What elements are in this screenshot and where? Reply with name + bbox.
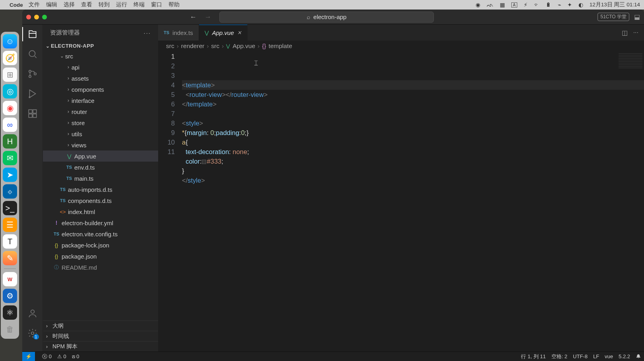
folder-api[interactable]: ›api	[43, 62, 158, 73]
maximize-button[interactable]	[42, 15, 47, 19]
explorer-icon[interactable]	[27, 29, 38, 40]
file-env-dts[interactable]: TSenv.d.ts	[43, 162, 158, 173]
debug-icon[interactable]	[27, 88, 38, 99]
macos-dock: ☺ 🧭 ⊞ ◎ ◉ ∞ H ✉ ➤ ⟐ >_ ☰ T ✎ W ⚙ ⚛ 🗑	[1, 32, 19, 339]
file-index-html[interactable]: <>index.html	[43, 206, 158, 217]
wps-icon[interactable]: W	[3, 272, 17, 286]
safari-icon[interactable]: 🧭	[3, 51, 17, 65]
status-icon[interactable]: ◐	[578, 2, 583, 8]
more-icon[interactable]: ···	[143, 29, 151, 36]
outline-section[interactable]: ›大纲	[43, 320, 158, 331]
npm-section[interactable]: ›NPM 脚本	[43, 341, 158, 351]
file-package-lock[interactable]: {}package-lock.json	[43, 239, 158, 251]
extensions-icon[interactable]	[27, 108, 38, 119]
status-icon[interactable]: ᨒ	[487, 2, 493, 8]
wifi-icon[interactable]: ᯤ	[534, 2, 540, 8]
settings-icon[interactable]: 1	[27, 328, 38, 339]
menu-help[interactable]: 帮助	[168, 1, 180, 8]
baidu-icon[interactable]: ∞	[3, 118, 17, 132]
status-icon[interactable]: ⌁	[558, 2, 561, 8]
wifi-icon[interactable]: ⚡︎	[524, 2, 528, 8]
menu-go[interactable]: 转到	[99, 1, 110, 8]
vscode-icon[interactable]: ⟐	[3, 184, 17, 199]
language-mode[interactable]: vue	[605, 353, 613, 359]
terminal-icon[interactable]: >_	[3, 201, 17, 215]
menu-terminal[interactable]: 终端	[133, 1, 145, 8]
file-readme[interactable]: ⓘREADME.md	[43, 262, 158, 273]
minimap[interactable]	[619, 53, 642, 69]
file-components-dts[interactable]: TScomponents.d.ts	[43, 195, 158, 206]
encoding[interactable]: UTF-8	[573, 353, 588, 359]
notifications-icon[interactable]: 🔔︎	[636, 353, 641, 359]
timeline-section[interactable]: ›时间线	[43, 331, 158, 341]
file-package-json[interactable]: {}package.json	[43, 251, 158, 262]
breadcrumb[interactable]: src› renderer› src› ⋁App.vue› {}template	[158, 41, 644, 52]
file-main-ts[interactable]: TSmain.ts	[43, 173, 158, 184]
minimize-button[interactable]	[34, 15, 39, 19]
tab-index-ts[interactable]: TSindex.ts	[158, 25, 199, 41]
close-button[interactable]	[26, 15, 31, 19]
eol[interactable]: LF	[593, 353, 599, 359]
app-icon[interactable]: ◎	[3, 84, 17, 98]
scm-icon[interactable]	[27, 68, 38, 79]
sublime-icon[interactable]: ☰	[3, 218, 17, 232]
close-icon[interactable]: ✕	[237, 30, 242, 36]
more-icon[interactable]: ···	[633, 29, 638, 36]
command-center[interactable]: ⌕ electron-app	[219, 12, 434, 23]
folder-store[interactable]: ›store	[43, 117, 158, 128]
code-editor[interactable]: 1234567891011 ⌶ <template> <router-view>…	[158, 52, 644, 351]
input-icon[interactable]: A	[511, 2, 517, 8]
menu-view[interactable]: 查看	[81, 1, 92, 8]
errors[interactable]: ⓧ 0	[42, 353, 52, 360]
app-icon[interactable]: ⚛	[3, 305, 17, 320]
nav-forward-icon[interactable]: →	[205, 13, 211, 21]
launchpad-icon[interactable]: ⊞	[3, 68, 17, 82]
file-auto-imports[interactable]: TSauto-imports.d.ts	[43, 184, 158, 195]
app-icon[interactable]: ⚙	[3, 289, 17, 303]
finder-icon[interactable]: ☺	[3, 34, 17, 48]
folder-utils[interactable]: ›utils	[43, 128, 158, 139]
folder-router[interactable]: ›router	[43, 106, 158, 117]
chrome-icon[interactable]: ◉	[3, 101, 17, 115]
menu-run[interactable]: 运行	[116, 1, 127, 8]
file-electron-builder[interactable]: !electron-builder.yml	[43, 217, 158, 228]
folder-components[interactable]: ›components	[43, 84, 158, 95]
project-header[interactable]: ⌄ELECTRON-APP	[43, 42, 158, 50]
app-icon[interactable]: ➤	[3, 168, 17, 182]
status-icon[interactable]: ▦	[500, 2, 505, 8]
folder-assets[interactable]: ›assets	[43, 73, 158, 84]
app-icon[interactable]: H	[3, 134, 17, 149]
status-icon[interactable]: ✦	[567, 2, 572, 8]
trash-icon[interactable]: 🗑	[3, 322, 17, 336]
app-name[interactable]: Code	[10, 2, 23, 8]
folder-interface[interactable]: ›interface	[43, 95, 158, 106]
warnings[interactable]: ⚠ 0	[57, 353, 66, 359]
app-icon[interactable]: ✎	[3, 251, 17, 265]
account-icon[interactable]	[27, 308, 38, 319]
battery-icon[interactable]: 🔋︎	[546, 2, 551, 8]
status-icon[interactable]: ◉	[476, 2, 480, 8]
menu-selection[interactable]: 选择	[64, 1, 75, 8]
remote-icon[interactable]: ⚡	[22, 352, 35, 361]
tab-app-vue[interactable]: ⋁App.vue✕	[199, 25, 248, 41]
split-editor-icon[interactable]: ◫	[622, 29, 628, 37]
layout-icon[interactable]: ⬓	[634, 13, 640, 21]
cursor-position[interactable]: 行 1, 列 11	[521, 353, 545, 360]
file-vite-config[interactable]: TSelectron.vite.config.ts	[43, 228, 158, 239]
nav-back-icon[interactable]: ←	[190, 13, 197, 21]
ports[interactable]: ⟎ 0	[72, 353, 79, 360]
window-controls	[26, 15, 47, 19]
folder-views[interactable]: ›views	[43, 139, 158, 151]
folder-src[interactable]: ⌄src	[43, 50, 158, 62]
svg-point-9	[31, 310, 34, 313]
menu-edit[interactable]: 编辑	[46, 1, 57, 8]
wechat-icon[interactable]: ✉	[3, 151, 17, 165]
menu-window[interactable]: 窗口	[151, 1, 162, 8]
file-app-vue[interactable]: ⋁App.vue	[43, 151, 158, 162]
search-icon[interactable]	[27, 48, 38, 60]
menu-file[interactable]: 文件	[29, 1, 40, 8]
version[interactable]: 5.2.2	[619, 353, 630, 359]
indentation[interactable]: 空格: 2	[551, 353, 567, 360]
text-icon[interactable]: T	[3, 234, 17, 249]
datetime[interactable]: 12月13日 周三 01:14	[590, 1, 640, 8]
